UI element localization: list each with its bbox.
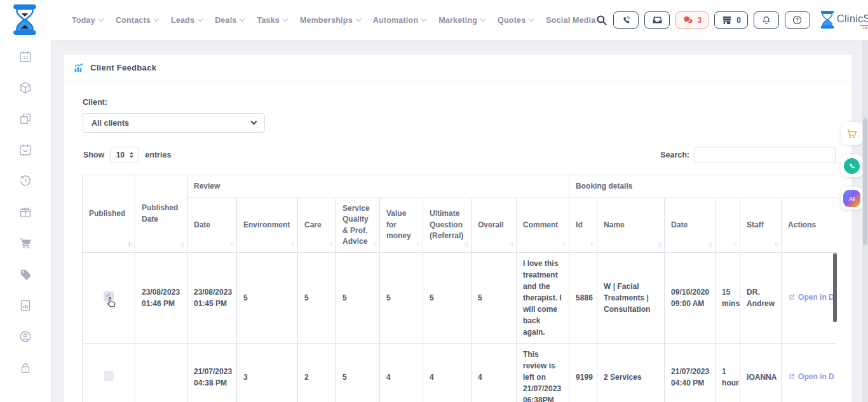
search-icon[interactable]	[595, 14, 607, 26]
sort-icon[interactable]	[657, 241, 661, 248]
tag-icon[interactable]	[18, 267, 32, 281]
spinner-arrows-icon	[130, 152, 133, 158]
nav-automation[interactable]: Automation	[373, 16, 426, 25]
col-environment[interactable]: Environment	[237, 198, 298, 253]
entries-select[interactable]: 10	[110, 147, 139, 163]
report-icon[interactable]	[18, 298, 32, 312]
phone-button[interactable]	[613, 11, 639, 29]
col-published-date[interactable]: Published Date	[135, 175, 187, 253]
chevron-down-icon	[240, 17, 245, 22]
history-icon[interactable]	[18, 174, 32, 188]
phone-icon	[844, 158, 860, 174]
nav-memberships[interactable]: Memberships	[300, 16, 360, 25]
lock-icon[interactable]	[18, 361, 32, 375]
sort-icon[interactable]	[372, 241, 376, 248]
sort-icon[interactable]	[329, 241, 332, 248]
col-id[interactable]: Id	[569, 198, 597, 253]
quick-call-button[interactable]	[841, 154, 863, 177]
page-scrollbar-thumb[interactable]	[863, 118, 867, 245]
col-overall[interactable]: Overall	[471, 198, 517, 253]
nav-label: Tasks	[257, 16, 280, 25]
quick-cart-button[interactable]	[841, 122, 863, 145]
ai-assistant-button[interactable]: AI	[841, 187, 863, 210]
nav-label: Memberships	[300, 16, 353, 25]
table-scrollbar-thumb[interactable]	[833, 253, 837, 322]
ai-icon: AI	[843, 190, 860, 207]
sort-icon[interactable]	[590, 241, 593, 248]
sort-icon[interactable]	[128, 241, 132, 248]
inbox-button[interactable]	[644, 11, 670, 29]
published-checkbox[interactable]	[104, 371, 114, 381]
sort-icon[interactable]	[562, 241, 566, 248]
topbar: Today Contacts Leads Deals Tasks Members…	[51, 0, 868, 41]
page-scrollbar[interactable]	[862, 41, 868, 402]
table-row: 21/07/2023 04:38 PM 3 2 5 4 4 4 This rev…	[83, 344, 837, 402]
col-ultimate-question[interactable]: Ultimate Question (Referral)	[423, 198, 471, 253]
sort-icon[interactable]	[708, 241, 712, 248]
open-external-icon	[788, 373, 796, 380]
chevron-down-icon	[421, 17, 426, 22]
client-select[interactable]: All clients	[83, 113, 265, 133]
chevron-down-icon	[529, 17, 534, 22]
col-comment[interactable]: Comment	[517, 198, 569, 253]
gift-icon[interactable]	[18, 205, 32, 219]
client-select-value: All clients	[92, 119, 129, 128]
cart-icon[interactable]	[18, 236, 32, 250]
table-controls: Show 10 entries Search:	[83, 147, 836, 163]
topbar-actions: 3 0 ClinicSoftware.com TEN STEPS AHEAD	[595, 10, 868, 30]
sort-icon[interactable]	[733, 241, 736, 248]
col-care[interactable]: Care	[298, 198, 336, 253]
clinicsoftware-logo-icon[interactable]	[13, 4, 37, 35]
products-cube-icon[interactable]	[18, 81, 32, 95]
col-value-for-money[interactable]: Value for money	[380, 198, 423, 253]
sort-icon[interactable]	[416, 241, 419, 248]
chevron-down-icon	[480, 17, 485, 22]
chat-button[interactable]: 3	[675, 11, 709, 29]
chevron-down-icon	[251, 119, 257, 125]
col-name[interactable]: Name	[597, 198, 665, 253]
open-external-icon	[788, 293, 796, 301]
card-header: Client Feedback	[64, 55, 852, 81]
col-booking-date[interactable]: Date	[665, 198, 715, 253]
col-review-date[interactable]: Date	[187, 198, 237, 253]
help-button[interactable]	[785, 11, 810, 29]
copy-pages-icon[interactable]	[18, 112, 32, 126]
chevron-down-icon	[198, 17, 203, 22]
notifications-button[interactable]	[754, 11, 779, 29]
user-circle-icon[interactable]	[18, 330, 32, 344]
sort-icon[interactable]	[774, 241, 778, 248]
nav-deals[interactable]: Deals	[215, 16, 244, 25]
nav-social-media[interactable]: Social Media	[546, 16, 595, 25]
cursor-pointer-icon	[105, 296, 119, 309]
floating-action-buttons: AI	[841, 122, 863, 210]
entries-value: 10	[116, 151, 125, 159]
open-in-diary-link[interactable]: Open in D	[788, 371, 834, 382]
sort-icon[interactable]	[509, 241, 513, 248]
clinicsoftware-brand-logo[interactable]: ClinicSoftware.com TEN STEPS AHEAD	[820, 10, 868, 30]
nav-marketing[interactable]: Marketing	[438, 16, 485, 25]
sort-icon[interactable]	[464, 241, 468, 248]
nav-leads[interactable]: Leads	[171, 16, 202, 25]
sort-icon[interactable]	[229, 241, 233, 248]
sort-icon[interactable]	[180, 241, 184, 248]
col-duration[interactable]	[715, 198, 740, 253]
calendar-icon[interactable]: 12	[18, 50, 32, 64]
col-published[interactable]: Published	[83, 175, 135, 253]
col-service-quality[interactable]: Service Quality & Prof. Advice	[336, 198, 380, 253]
published-checkbox[interactable]: ✓	[104, 291, 114, 302]
open-in-diary-link[interactable]: Open in D	[788, 291, 834, 303]
store-button[interactable]: 0	[714, 11, 748, 29]
main-nav: Today Contacts Leads Deals Tasks Members…	[72, 16, 595, 25]
search-label: Search:	[660, 151, 689, 159]
nav-quotes[interactable]: Quotes	[498, 16, 533, 25]
nav-contacts[interactable]: Contacts	[116, 16, 158, 25]
feedback-table: Published Published Date Review Booking …	[82, 175, 837, 402]
bookings-calendar-icon[interactable]	[18, 143, 32, 157]
col-staff[interactable]: Staff	[740, 198, 782, 253]
nav-tasks[interactable]: Tasks	[257, 16, 287, 25]
search-input[interactable]	[695, 147, 836, 163]
sort-icon[interactable]	[290, 241, 294, 248]
page-title: Client Feedback	[90, 63, 156, 72]
nav-label: Quotes	[498, 16, 526, 25]
nav-today[interactable]: Today	[72, 16, 103, 25]
